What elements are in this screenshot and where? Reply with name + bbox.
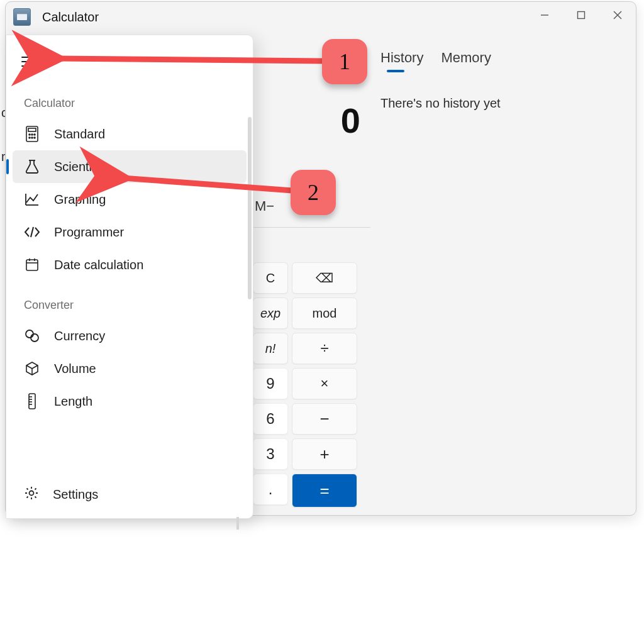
nav-graphing[interactable]: Graphing — [6, 183, 253, 216]
cube-icon — [24, 360, 40, 377]
svg-rect-14 — [26, 260, 38, 270]
maximize-button[interactable] — [563, 2, 599, 28]
navigation-panel: Calculator Standard Scientific Graphing … — [6, 35, 253, 519]
key-factorial[interactable]: n! — [253, 333, 288, 364]
svg-point-11 — [34, 137, 35, 138]
nav-length[interactable]: Length — [6, 385, 253, 418]
svg-line-13 — [31, 227, 33, 237]
nav-scientific[interactable]: Scientific — [13, 150, 247, 183]
keypad-partial: C ⌫ exp mod n! ÷ 9 × 6 − 3 + . = — [253, 262, 357, 508]
nav-programmer[interactable]: Programmer — [6, 216, 253, 248]
currency-icon — [24, 328, 40, 344]
key-backspace[interactable]: ⌫ — [292, 262, 357, 294]
nav-item-label: Length — [54, 394, 92, 409]
tab-history[interactable]: History — [380, 50, 423, 71]
svg-point-9 — [29, 137, 30, 138]
calculator-window: Calculator 0 M− C ⌫ exp mod n! ÷ 9 × 6 − — [5, 1, 636, 516]
nav-item-label: Graphing — [54, 192, 106, 207]
tab-underline — [387, 70, 404, 72]
section-calculator: Calculator — [6, 83, 253, 118]
nav-currency[interactable]: Currency — [6, 319, 253, 352]
nav-date-calculation[interactable]: Date calculation — [6, 248, 253, 281]
key-3[interactable]: 3 — [253, 438, 288, 470]
close-button[interactable] — [599, 2, 636, 28]
nav-item-label: Volume — [54, 362, 96, 376]
svg-point-18 — [26, 330, 33, 338]
calculator-app-icon — [13, 8, 31, 26]
tab-memory[interactable]: Memory — [441, 50, 491, 71]
titlebar: Calculator — [6, 2, 636, 32]
svg-point-19 — [31, 334, 38, 341]
flask-icon — [24, 158, 40, 175]
divider — [253, 227, 370, 228]
key-6[interactable]: 6 — [253, 403, 288, 435]
nav-item-label: Scientific — [54, 160, 104, 174]
window-title: Calculator — [42, 10, 99, 25]
calc-display: 0 — [341, 100, 360, 141]
nav-item-label: Date calculation — [54, 258, 143, 272]
key-add[interactable]: + — [292, 438, 357, 470]
history-memory-tabs: History Memory — [380, 50, 491, 71]
annotation-marker-1: 1 — [322, 39, 367, 84]
hamburger-menu-button[interactable] — [21, 47, 52, 77]
svg-point-7 — [31, 134, 33, 135]
calendar-icon — [24, 257, 40, 273]
svg-point-8 — [34, 134, 35, 135]
nav-item-label: Currency — [54, 329, 105, 343]
key-clear[interactable]: C — [253, 262, 288, 294]
svg-point-10 — [31, 137, 33, 138]
minimize-button[interactable] — [526, 2, 563, 28]
nav-item-label: Standard — [54, 127, 105, 142]
key-equals[interactable]: = — [292, 474, 357, 508]
svg-rect-21 — [29, 394, 35, 409]
graph-icon — [24, 191, 40, 208]
key-mod[interactable]: mod — [292, 297, 357, 329]
calculator-icon — [24, 126, 40, 142]
svg-rect-1 — [578, 12, 585, 19]
key-9[interactable]: 9 — [253, 368, 288, 399]
memory-minus-label[interactable]: M− — [255, 198, 274, 214]
nav-item-label: Programmer — [54, 225, 124, 240]
nav-settings[interactable]: Settings — [6, 478, 253, 511]
key-exp[interactable]: exp — [253, 297, 288, 329]
nav-standard[interactable]: Standard — [6, 118, 253, 150]
section-converter: Converter — [6, 281, 253, 319]
occluded-scrollbar — [236, 517, 239, 530]
svg-rect-5 — [28, 128, 36, 131]
key-divide[interactable]: ÷ — [292, 333, 357, 364]
key-multiply[interactable]: × — [292, 368, 357, 399]
key-subtract[interactable]: − — [292, 403, 357, 435]
annotation-marker-2: 2 — [291, 170, 336, 215]
svg-point-6 — [29, 134, 30, 135]
ruler-icon — [24, 393, 40, 409]
key-dot[interactable]: . — [253, 474, 288, 505]
settings-label: Settings — [53, 487, 98, 502]
history-empty-text: There's no history yet — [380, 96, 501, 111]
code-icon — [24, 224, 40, 240]
window-controls — [526, 2, 636, 28]
gear-icon — [24, 486, 39, 504]
nav-volume[interactable]: Volume — [6, 352, 253, 385]
svg-point-26 — [30, 491, 34, 495]
